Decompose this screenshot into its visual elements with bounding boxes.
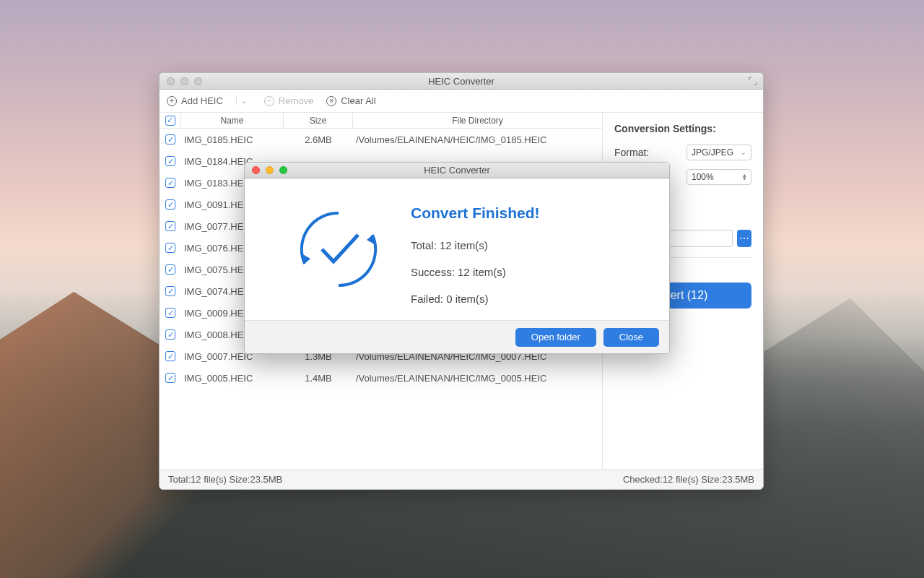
- ellipsis-icon: ⋯: [739, 233, 749, 244]
- row-checkbox[interactable]: ✓: [165, 221, 175, 231]
- status-checked: Checked:12 file(s) Size:23.5MB: [623, 474, 754, 485]
- dialog-minimize-button[interactable]: [266, 166, 274, 174]
- quality-spinner[interactable]: 100% ▴▾: [687, 169, 751, 185]
- row-size: 2.6MB: [284, 134, 353, 145]
- dialog-total-line: Total: 12 item(s): [411, 239, 648, 251]
- zoom-window-button[interactable]: [194, 77, 202, 85]
- row-checkbox[interactable]: ✓: [165, 199, 175, 210]
- traffic-lights: [160, 77, 202, 85]
- row-checkbox[interactable]: ✓: [165, 286, 175, 296]
- dialog-heading: Convert Finished!: [411, 204, 648, 222]
- format-select[interactable]: JPG/JPEG ⌄: [687, 144, 751, 160]
- minus-icon: −: [264, 96, 274, 106]
- chevron-down-icon: ⌄: [741, 149, 746, 156]
- dialog-zoom-button[interactable]: [279, 166, 287, 174]
- status-bar: Total:12 file(s) Size:23.5MB Checked:12 …: [160, 469, 763, 489]
- row-checkbox[interactable]: ✓: [165, 329, 175, 340]
- table-row[interactable]: ✓IMG_0005.HEIC1.4MB/Volumes/ELAINENAN/HE…: [160, 367, 602, 389]
- header-directory[interactable]: File Directory: [353, 113, 602, 128]
- table-row[interactable]: ✓IMG_0185.HEIC2.6MB/Volumes/ELAINENAN/HE…: [160, 129, 602, 150]
- close-dialog-label: Close: [619, 332, 643, 342]
- quality-value: 100%: [692, 172, 714, 182]
- toolbar: + Add HEIC ⌄ − Remove × Clear All: [160, 90, 763, 113]
- row-checkbox[interactable]: ✓: [165, 134, 175, 144]
- row-dir: /Volumes/ELAINENAN/HEIC/IMG_0005.HEIC: [353, 373, 602, 384]
- clear-all-label: Clear All: [341, 95, 375, 106]
- clear-all-button[interactable]: × Clear All: [326, 95, 375, 106]
- row-name: IMG_0005.HEIC: [181, 373, 284, 384]
- row-checkbox[interactable]: ✓: [165, 243, 175, 253]
- stepper-icon: ▴▾: [743, 173, 746, 181]
- close-window-button[interactable]: [167, 77, 175, 85]
- row-checkbox[interactable]: ✓: [165, 351, 175, 361]
- row-name: IMG_0185.HEIC: [181, 134, 284, 145]
- success-refresh-icon: [292, 202, 385, 296]
- browse-button[interactable]: ⋯: [737, 230, 751, 247]
- row-checkbox[interactable]: ✓: [165, 308, 175, 318]
- row-size: 1.4MB: [284, 373, 353, 384]
- close-dialog-button[interactable]: Close: [603, 328, 659, 347]
- dialog-failed-line: Failed: 0 item(s): [411, 293, 648, 305]
- row-checkbox[interactable]: ✓: [165, 178, 175, 188]
- table-header: ✓ Name Size File Directory: [160, 113, 602, 129]
- dialog-success-line: Success: 12 item(s): [411, 266, 648, 278]
- row-dir: /Volumes/ELAINENAN/HEIC/IMG_0185.HEIC: [353, 134, 602, 145]
- dialog-titlebar[interactable]: HEIC Converter: [245, 163, 669, 178]
- row-checkbox[interactable]: ✓: [165, 373, 175, 383]
- status-total: Total:12 file(s) Size:23.5MB: [168, 474, 282, 485]
- settings-title: Conversion Settings:: [614, 123, 751, 134]
- x-icon: ×: [326, 96, 336, 106]
- dialog-traffic-lights: [245, 166, 287, 174]
- window-title: HEIC Converter: [160, 76, 763, 87]
- format-value: JPG/JPEG: [692, 147, 733, 158]
- main-titlebar[interactable]: HEIC Converter: [160, 73, 763, 90]
- add-dropdown-chevron-icon[interactable]: ⌄: [236, 97, 251, 105]
- open-folder-label: Open folder: [531, 332, 580, 342]
- row-checkbox[interactable]: ✓: [165, 264, 175, 275]
- dialog-close-button[interactable]: [252, 166, 260, 174]
- format-label: Format:: [614, 147, 649, 158]
- select-all-checkbox[interactable]: ✓: [165, 116, 175, 126]
- minimize-window-button[interactable]: [180, 77, 188, 85]
- remove-button[interactable]: − Remove: [264, 95, 313, 106]
- remove-label: Remove: [279, 95, 313, 106]
- add-heic-label: Add HEIC: [181, 95, 223, 106]
- add-heic-button[interactable]: + Add HEIC: [167, 95, 223, 106]
- row-checkbox[interactable]: ✓: [165, 156, 175, 166]
- dialog-title: HEIC Converter: [245, 165, 669, 176]
- header-name[interactable]: Name: [181, 113, 284, 128]
- result-dialog: HEIC Converter Convert Finished! Total: …: [244, 162, 670, 354]
- open-folder-button[interactable]: Open folder: [515, 328, 596, 347]
- fullscreen-icon[interactable]: [749, 77, 757, 85]
- header-size[interactable]: Size: [284, 113, 353, 128]
- plus-icon: +: [167, 96, 177, 106]
